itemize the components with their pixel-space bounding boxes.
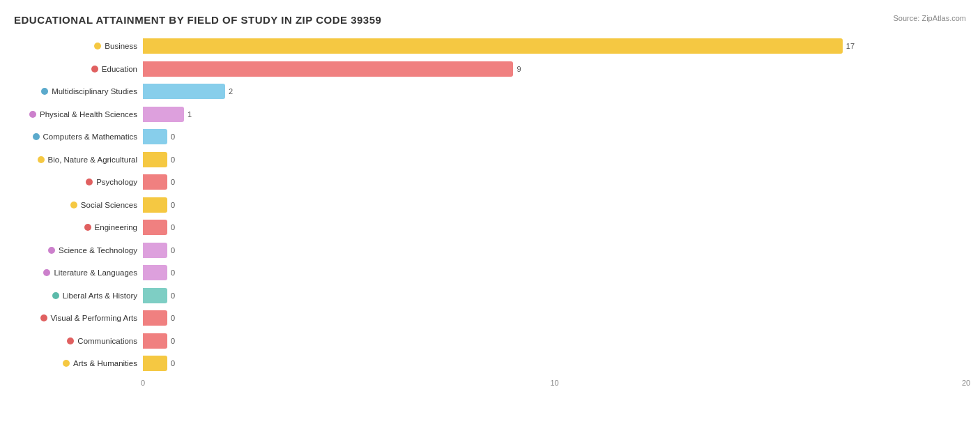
bar-fill — [143, 288, 167, 303]
bar-label: Education — [14, 65, 143, 73]
bar-label: Multidisciplinary Studies — [14, 87, 143, 96]
bar-row: Education9 — [14, 59, 966, 80]
bar-fill — [143, 333, 167, 349]
label-dot — [40, 314, 47, 321]
bar-row: Communications0 — [14, 331, 966, 352]
source-text: Source: ZipAtlas.com — [893, 14, 966, 22]
bar-track: 0 — [143, 288, 966, 303]
bar-value: 2 — [229, 87, 233, 96]
bar-fill — [143, 84, 225, 99]
title-row: EDUCATIONAL ATTAINMENT BY FIELD OF STUDY… — [14, 14, 966, 26]
bar-value: 0 — [171, 337, 175, 345]
label-dot — [67, 337, 74, 344]
bar-fill — [143, 197, 167, 213]
label-dot — [63, 360, 70, 367]
bar-fill — [143, 152, 167, 167]
bar-label: Visual & Performing Arts — [14, 314, 143, 322]
bar-label: Bio, Nature & Agricultural — [14, 155, 143, 164]
label-dot — [94, 43, 101, 50]
bar-row: Arts & Humanities0 — [14, 353, 966, 374]
chart-area: Business17Education9Multidisciplinary St… — [14, 36, 966, 391]
bars-section: Business17Education9Multidisciplinary St… — [14, 36, 966, 391]
label-dot — [41, 88, 48, 95]
bar-value: 0 — [171, 314, 175, 322]
label-dot — [52, 292, 59, 299]
bar-value: 0 — [171, 178, 175, 186]
label-dot — [91, 66, 98, 73]
label-dot — [70, 202, 77, 208]
bar-track: 0 — [143, 243, 966, 258]
bar-fill — [143, 356, 167, 371]
bar-row: Computers & Mathematics0 — [14, 126, 966, 148]
bar-track: 0 — [143, 310, 966, 326]
bar-row: Science & Technology0 — [14, 240, 966, 261]
bar-fill — [143, 129, 167, 144]
bar-label: Psychology — [14, 178, 143, 186]
bar-track: 0 — [143, 333, 966, 349]
bar-value: 0 — [171, 155, 175, 164]
bar-label: Social Sciences — [14, 201, 143, 209]
bar-fill — [143, 38, 843, 54]
x-axis-label: 0 — [141, 379, 145, 387]
label-dot — [33, 133, 40, 140]
label-dot — [48, 247, 55, 254]
bar-label: Literature & Languages — [14, 268, 143, 277]
bar-row: Engineering0 — [14, 217, 966, 238]
bar-value: 0 — [171, 201, 175, 209]
bar-label: Liberal Arts & History — [14, 291, 143, 300]
bar-row: Business17 — [14, 36, 966, 57]
bar-label: Communications — [14, 337, 143, 345]
bar-label: Physical & Health Sciences — [14, 110, 143, 119]
bar-track: 0 — [143, 174, 966, 190]
bar-fill — [143, 174, 167, 190]
bar-label: Business — [14, 42, 143, 50]
chart-container: EDUCATIONAL ATTAINMENT BY FIELD OF STUDY… — [0, 0, 980, 440]
label-dot — [43, 269, 50, 276]
bar-fill — [143, 220, 167, 235]
bar-track: 0 — [143, 356, 966, 371]
bar-track: 0 — [143, 152, 966, 167]
bar-value: 0 — [171, 359, 175, 367]
bar-fill — [143, 265, 167, 280]
x-axis-label: 20 — [962, 379, 970, 387]
bar-row: Social Sciences0 — [14, 195, 966, 216]
chart-title: EDUCATIONAL ATTAINMENT BY FIELD OF STUDY… — [14, 14, 381, 26]
bar-track: 0 — [143, 220, 966, 235]
bar-row: Multidisciplinary Studies2 — [14, 81, 966, 103]
bar-track: 0 — [143, 197, 966, 213]
label-dot — [86, 179, 93, 185]
bar-value: 0 — [171, 246, 175, 255]
bar-track: 2 — [143, 84, 966, 99]
bar-value: 0 — [171, 268, 175, 277]
bar-row: Physical & Health Sciences1 — [14, 104, 966, 126]
label-dot — [38, 156, 45, 163]
label-dot — [84, 224, 91, 231]
bar-fill — [143, 107, 184, 122]
bar-fill — [143, 61, 513, 77]
bar-value: 1 — [187, 110, 192, 119]
bar-fill — [143, 243, 167, 258]
x-axis: 01020 — [143, 379, 966, 391]
bar-row: Literature & Languages0 — [14, 262, 966, 284]
bar-value: 17 — [846, 42, 855, 50]
bar-fill — [143, 310, 167, 326]
bar-track: 0 — [143, 129, 966, 144]
label-dot — [29, 111, 36, 118]
x-axis-label: 10 — [550, 379, 558, 387]
bar-track: 17 — [143, 38, 966, 54]
bar-label: Computers & Mathematics — [14, 132, 143, 141]
bar-track: 1 — [143, 107, 966, 122]
bar-value: 0 — [171, 132, 175, 141]
bar-value: 9 — [516, 65, 521, 73]
bar-label: Arts & Humanities — [14, 359, 143, 367]
bar-value: 0 — [171, 291, 175, 300]
bar-label: Engineering — [14, 223, 143, 232]
bar-track: 9 — [143, 61, 966, 77]
bar-row: Liberal Arts & History0 — [14, 285, 966, 307]
bar-row: Visual & Performing Arts0 — [14, 308, 966, 329]
bar-value: 0 — [171, 223, 175, 232]
bar-row: Bio, Nature & Agricultural0 — [14, 149, 966, 171]
bar-track: 0 — [143, 265, 966, 280]
bar-label: Science & Technology — [14, 246, 143, 255]
bar-row: Psychology0 — [14, 172, 966, 193]
